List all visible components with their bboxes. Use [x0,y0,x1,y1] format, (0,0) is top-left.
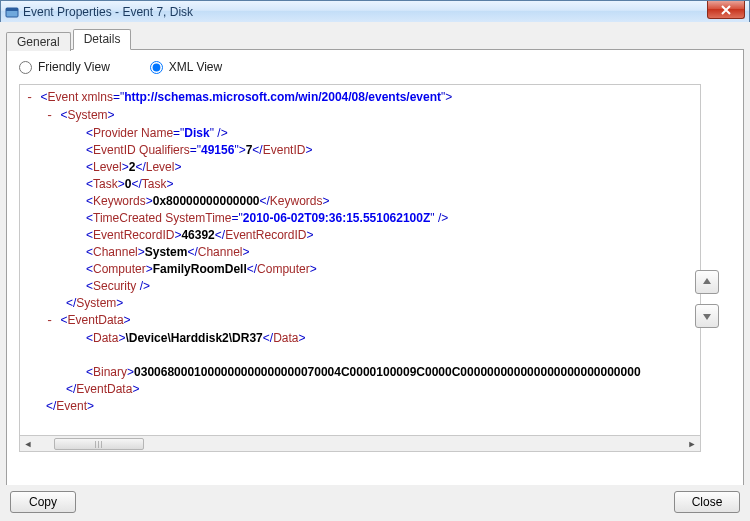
collapse-toggle[interactable]: - [46,314,53,328]
radio-xml-view[interactable]: XML View [150,60,222,74]
close-window-button[interactable] [707,1,745,19]
collapse-toggle[interactable]: - [26,91,33,105]
next-event-button[interactable] [695,304,719,328]
xml-viewer[interactable]: - <Event xmlns="http://schemas.microsoft… [19,84,701,436]
content-area: General Details Friendly View XML View - [0,22,750,521]
app-icon [5,5,19,19]
window-title: Event Properties - Event 7, Disk [23,5,193,19]
collapse-toggle[interactable]: - [46,109,53,123]
title-bar: Event Properties - Event 7, Disk [1,1,749,23]
scroll-left-arrow[interactable]: ◄ [20,437,36,451]
details-panel: Friendly View XML View - <Event xmlns="h… [6,49,744,493]
radio-friendly-view[interactable]: Friendly View [19,60,110,74]
event-nav-buttons [695,270,719,328]
horizontal-scrollbar[interactable]: ◄ ► [19,436,701,452]
tab-general[interactable]: General [6,32,71,51]
radio-xml-label: XML View [169,60,222,74]
scroll-thumb[interactable] [54,438,144,450]
previous-event-button[interactable] [695,270,719,294]
copy-button[interactable]: Copy [10,491,76,513]
close-button[interactable]: Close [674,491,740,513]
tab-strip: General Details [6,28,744,50]
scroll-track[interactable] [36,437,684,451]
tab-details[interactable]: Details [73,29,132,50]
view-mode-radios: Friendly View XML View [19,60,731,74]
svg-rect-1 [6,8,18,11]
bottom-bar: Copy Close [0,485,750,521]
radio-friendly-label: Friendly View [38,60,110,74]
scroll-right-arrow[interactable]: ► [684,437,700,451]
